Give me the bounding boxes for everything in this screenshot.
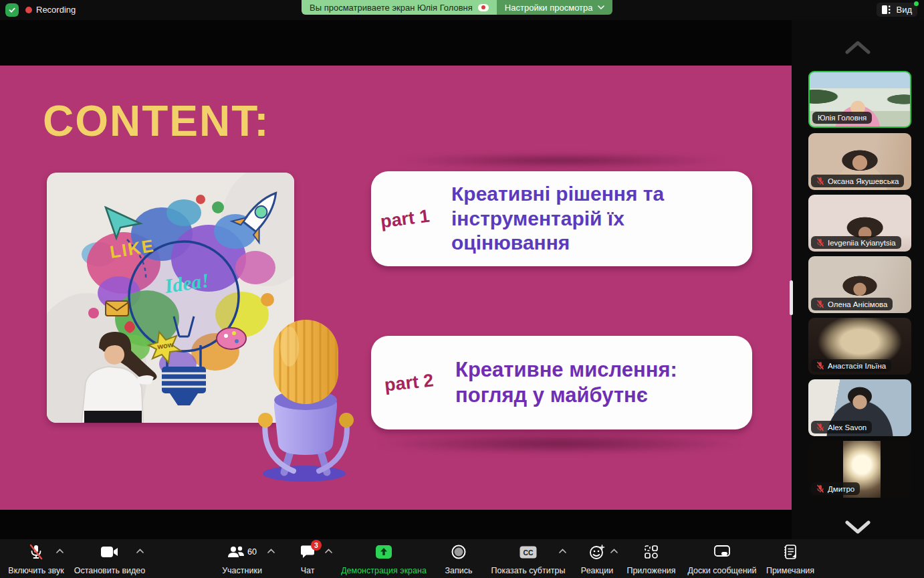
muted-mic-icon xyxy=(816,484,824,493)
reactions-options-chevron-icon[interactable] xyxy=(610,549,618,553)
participant-tile[interactable]: Олена Анісімова xyxy=(808,256,911,313)
chat-button[interactable]: 3 Чат xyxy=(289,543,326,575)
recording-dot-icon xyxy=(25,7,32,13)
whiteboards-label: Доски сообщений xyxy=(687,566,756,575)
mic-muted-icon xyxy=(28,544,44,560)
slide-title: CONTENT: xyxy=(43,96,270,146)
share-screen-icon xyxy=(375,545,392,559)
apps-icon xyxy=(644,545,659,559)
record-button[interactable]: Запись xyxy=(436,543,481,575)
shadow-band xyxy=(378,434,742,454)
muted-mic-icon xyxy=(816,423,824,431)
participant-tile[interactable]: Alex Savon xyxy=(808,379,911,436)
security-shield-icon[interactable] xyxy=(5,3,19,17)
chevron-down-icon xyxy=(598,5,604,9)
participant-name: Дмитро xyxy=(828,485,854,493)
view-options-button[interactable]: Настройки просмотра xyxy=(497,0,612,15)
captions-button[interactable]: CC Показать субтитры xyxy=(487,543,570,575)
whiteboard-icon xyxy=(714,545,730,559)
cloud-recording-icon xyxy=(478,4,489,11)
muted-mic-icon xyxy=(816,238,824,247)
zoom-meeting-window: Recording Вы просматриваете экран Юлія Г… xyxy=(0,0,924,578)
notes-button[interactable]: Примечания xyxy=(762,543,818,575)
microphone-3d-illustration xyxy=(257,320,354,484)
reactions-smiley-icon xyxy=(589,544,605,560)
shared-screen-slide: CONTENT: xyxy=(0,66,792,510)
captions-icon: CC xyxy=(519,546,537,559)
viewing-screen-banner: Вы просматриваете экран Юлія Головня xyxy=(302,0,497,15)
shadow-band xyxy=(398,154,725,167)
muted-mic-icon xyxy=(816,300,824,308)
part1-label: part 1 xyxy=(379,205,431,232)
participant-tile[interactable]: Анастасія Ільїна xyxy=(808,318,911,375)
scroll-up-chevron-icon[interactable] xyxy=(843,39,873,56)
participants-panel: Юлія Головня Оксана Якушевська Ievgeniia… xyxy=(792,20,924,539)
participant-tile[interactable]: Юлія Головня xyxy=(808,71,911,128)
participant-name: Ievgeniia Kyianytsia xyxy=(828,239,896,247)
chat-unread-badge: 3 xyxy=(311,540,322,551)
captions-options-chevron-icon[interactable] xyxy=(559,549,566,553)
slide-part2-card: part 2 Креативне мислення: погляд у майб… xyxy=(371,336,752,429)
participants-count: 60 xyxy=(247,547,257,557)
envelope-doodle xyxy=(106,301,128,316)
notification-dot xyxy=(914,1,919,6)
apps-button[interactable]: Приложения xyxy=(622,543,681,575)
banner-text: Вы просматриваете экран Юлія Головня xyxy=(310,3,473,13)
participant-name: Олена Анісімова xyxy=(828,300,887,308)
meeting-toolbar: Включить звук Остановить видео 60 Участн xyxy=(0,539,924,578)
participant-tile[interactable]: Дмитро xyxy=(808,441,911,498)
screen-share-banner: Вы просматриваете экран Юлія Головня Нас… xyxy=(302,0,612,15)
apps-label: Приложения xyxy=(626,566,675,575)
view-options-label: Настройки просмотра xyxy=(505,3,593,13)
captions-icon-text: CC xyxy=(523,548,534,556)
view-button[interactable]: Вид xyxy=(877,3,917,17)
reactions-label: Реакции xyxy=(581,566,613,575)
participant-name: Оксана Якушевська xyxy=(828,177,899,185)
slide-part1-card: part 1 Креативні рішення та інструментар… xyxy=(371,171,752,266)
part2-text: Креативне мислення: погляд у майбутнє xyxy=(455,357,719,408)
palette-doodle xyxy=(217,328,246,349)
chat-label: Чат xyxy=(301,566,315,575)
panel-resize-handle[interactable] xyxy=(790,280,793,315)
participant-tile[interactable]: Оксана Якушевська xyxy=(808,133,911,190)
mic-options-chevron-icon[interactable] xyxy=(56,549,64,553)
scroll-down-chevron-icon[interactable] xyxy=(843,518,873,536)
participant-name: Alex Savon xyxy=(828,423,867,431)
chat-options-chevron-icon[interactable] xyxy=(325,549,332,553)
record-label: Запись xyxy=(445,566,472,575)
participants-options-chevron-icon[interactable] xyxy=(267,549,275,553)
whiteboards-button[interactable]: Доски сообщений xyxy=(683,543,761,575)
participants-label: Участники xyxy=(222,566,262,575)
part1-text: Креативні рішення та інструментарій їх о… xyxy=(451,182,675,256)
top-bar: Recording Вы просматриваете экран Юлія Г… xyxy=(0,0,924,20)
muted-mic-icon xyxy=(816,361,824,370)
participants-icon xyxy=(227,545,245,559)
video-options-chevron-icon[interactable] xyxy=(136,549,144,553)
record-icon xyxy=(451,545,466,559)
notes-icon xyxy=(784,545,797,559)
participant-name: Анастасія Ільїна xyxy=(828,362,886,370)
view-grid-icon xyxy=(882,5,892,14)
captions-label: Показать субтитры xyxy=(491,566,566,575)
notes-label: Примечания xyxy=(766,566,814,575)
participants-button[interactable]: 60 Участники xyxy=(213,543,271,575)
recording-label: Recording xyxy=(36,5,76,15)
muted-mic-icon xyxy=(816,177,824,185)
camera-icon xyxy=(101,546,118,558)
view-label: Вид xyxy=(896,5,912,15)
share-screen-button[interactable]: Демонстрация экрана xyxy=(340,543,428,575)
stop-video-label: Остановить видео xyxy=(74,566,146,575)
participant-name: Юлія Головня xyxy=(818,114,867,122)
participant-tile[interactable]: Ievgeniia Kyianytsia xyxy=(808,195,911,252)
unmute-label: Включить звук xyxy=(8,566,64,575)
part2-label: part 2 xyxy=(384,370,435,396)
share-screen-label: Демонстрация экрана xyxy=(341,566,427,575)
